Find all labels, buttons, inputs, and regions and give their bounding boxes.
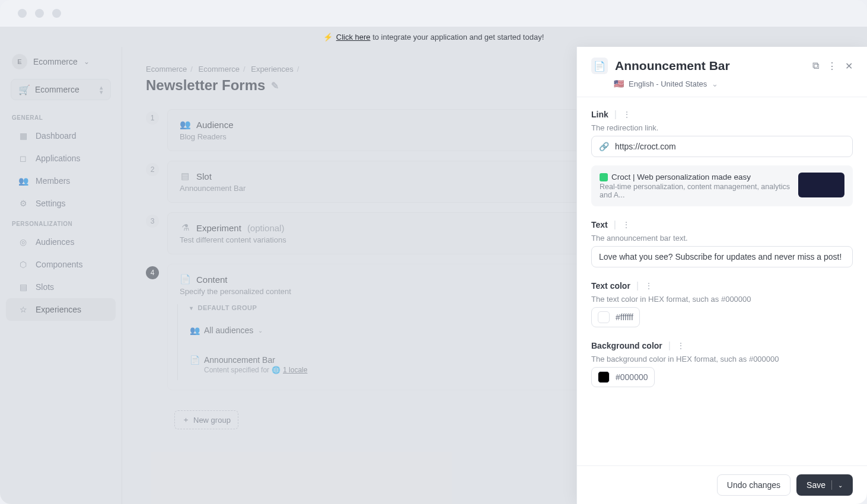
nav-label: Settings xyxy=(36,199,66,208)
preview-title-text: Croct | Web personalization made easy xyxy=(611,173,751,181)
sidebar-item-settings[interactable]: ⚙Settings xyxy=(6,192,116,215)
more-icon[interactable]: ⋮ xyxy=(827,60,837,72)
bg-color-input[interactable]: #000000 xyxy=(591,367,655,387)
bg-color-swatch xyxy=(598,371,610,383)
optional-label: (optional) xyxy=(247,223,285,233)
locale-selector[interactable]: 🇺🇸 English - United States ⌄ xyxy=(614,79,853,88)
locale-label: English - United States xyxy=(629,79,707,88)
bg-color-label: Background color xyxy=(591,341,662,350)
text-color-field-menu[interactable]: ⋮ xyxy=(645,281,653,291)
integration-banner: ⚡ Click here to integrate your applicati… xyxy=(0,27,867,47)
crumb-workspace[interactable]: Ecommerce xyxy=(146,65,187,74)
step-badge-1: 1 xyxy=(146,111,159,125)
close-icon[interactable]: ✕ xyxy=(845,60,853,72)
content-editor-panel: 📄 Announcement Bar ⧉ ⋮ ✕ 🇺🇸 English - Un… xyxy=(576,47,867,504)
gear-icon: ⚙ xyxy=(18,198,28,209)
step-title-text: Experiment xyxy=(196,223,241,233)
grid-icon: ▦ xyxy=(18,130,28,141)
chevron-down-icon: ▾ xyxy=(190,305,193,311)
document-icon: 📄 xyxy=(591,58,608,74)
sidebar: E Ecommerce ⌄ 🛒 Ecommerce ▴▾ GENERAL ▦Da… xyxy=(0,47,122,504)
traffic-light-max[interactable] xyxy=(52,9,61,18)
step-badge-2: 2 xyxy=(146,163,159,176)
link-field-menu[interactable]: ⋮ xyxy=(623,110,631,119)
new-group-button[interactable]: ＋New group xyxy=(174,410,238,429)
cube-icon: ⬡ xyxy=(18,259,28,270)
crumb-section[interactable]: Experiences xyxy=(251,65,294,74)
edit-title-icon[interactable]: ✎ xyxy=(271,80,279,91)
users-icon: 👥 xyxy=(18,176,28,186)
step-title-text: Slot xyxy=(196,171,212,181)
nav-label: Members xyxy=(36,176,70,186)
text-color-desc: The text color in HEX format, such as #0… xyxy=(591,295,853,304)
nav-label: Slots xyxy=(36,282,54,292)
preview-sub-text: Real-time personalization, content manag… xyxy=(600,183,790,199)
text-label: Text xyxy=(591,220,608,229)
step-badge-4: 4 xyxy=(146,266,159,279)
crumb-project[interactable]: Ecommerce xyxy=(199,65,240,74)
users-icon: 👥 xyxy=(190,326,199,335)
link-preview-card: Croct | Web personalization made easy Re… xyxy=(591,165,853,206)
window-titlebar xyxy=(0,0,867,27)
text-color-value: #ffffff xyxy=(616,312,633,322)
nav-label: Applications xyxy=(36,154,81,163)
sidebar-item-audiences[interactable]: ◎Audiences xyxy=(6,231,116,253)
link-label: Link xyxy=(591,110,608,119)
document-icon: 📄 xyxy=(190,355,199,365)
text-color-swatch xyxy=(598,311,610,323)
step-title-text: Audience xyxy=(196,120,234,130)
workspace-avatar: E xyxy=(12,54,27,69)
users-icon: 👥 xyxy=(180,119,190,130)
chevron-down-icon[interactable]: ⌄ xyxy=(838,482,843,489)
traffic-light-close[interactable] xyxy=(18,9,27,18)
bg-color-field-menu[interactable]: ⋮ xyxy=(677,341,685,350)
text-field-menu[interactable]: ⋮ xyxy=(622,220,630,229)
sidebar-item-experiences[interactable]: ☆Experiences xyxy=(6,298,116,321)
section-personalization: PERSONALIZATION xyxy=(0,215,122,231)
link-input-wrap[interactable]: 🔗 xyxy=(591,136,853,157)
sidebar-item-slots[interactable]: ▤Slots xyxy=(6,276,116,298)
undo-button[interactable]: Undo changes xyxy=(717,474,791,496)
nav-label: Audiences xyxy=(36,237,74,247)
cart-icon: 🛒 xyxy=(18,84,29,95)
link-desc: The redirection link. xyxy=(591,123,853,132)
layout-icon: ▤ xyxy=(180,171,190,181)
preview-thumbnail xyxy=(798,173,844,197)
traffic-light-min[interactable] xyxy=(35,9,44,18)
plus-icon: ＋ xyxy=(182,414,190,425)
croct-favicon-icon xyxy=(600,173,608,181)
nav-label: Experiences xyxy=(36,305,81,314)
link-icon: 🔗 xyxy=(599,142,609,151)
sidebar-item-members[interactable]: 👥Members xyxy=(6,170,116,192)
save-button[interactable]: Save⌄ xyxy=(796,474,853,496)
workspace-selector[interactable]: E Ecommerce ⌄ xyxy=(0,54,122,76)
bg-color-value: #000000 xyxy=(616,372,648,382)
banner-link[interactable]: Click here xyxy=(336,33,371,42)
text-color-input[interactable]: #ffffff xyxy=(591,307,640,327)
locale-link[interactable]: 1 locale xyxy=(283,366,307,374)
link-input[interactable] xyxy=(615,142,845,151)
project-switcher[interactable]: 🛒 Ecommerce ▴▾ xyxy=(11,79,111,100)
flask-icon: ⚗ xyxy=(180,222,190,233)
window-icon: ◻ xyxy=(18,153,28,164)
sidebar-item-applications[interactable]: ◻Applications xyxy=(6,147,116,170)
section-general: GENERAL xyxy=(0,109,122,125)
workspace-name: Ecommerce xyxy=(33,57,78,66)
flag-us-icon: 🇺🇸 xyxy=(614,79,624,88)
document-icon: 📄 xyxy=(180,274,190,285)
star-icon: ☆ xyxy=(18,304,28,315)
panel-title: Announcement Bar xyxy=(615,59,805,73)
step-title-text: Content xyxy=(196,275,228,285)
sidebar-item-dashboard[interactable]: ▦Dashboard xyxy=(6,125,116,147)
nav-label: Components xyxy=(36,260,82,269)
bg-color-desc: The background color in HEX format, such… xyxy=(591,355,853,363)
chevron-down-icon: ⌄ xyxy=(84,58,90,66)
chevron-down-icon: ⌄ xyxy=(712,79,718,88)
copy-icon[interactable]: ⧉ xyxy=(812,60,819,72)
text-input-wrap[interactable] xyxy=(591,246,853,267)
text-desc: The announcement bar text. xyxy=(591,234,853,243)
text-input[interactable] xyxy=(599,252,845,261)
text-color-label: Text color xyxy=(591,281,630,291)
step-badge-3: 3 xyxy=(146,215,159,228)
sidebar-item-components[interactable]: ⬡Components xyxy=(6,253,116,276)
